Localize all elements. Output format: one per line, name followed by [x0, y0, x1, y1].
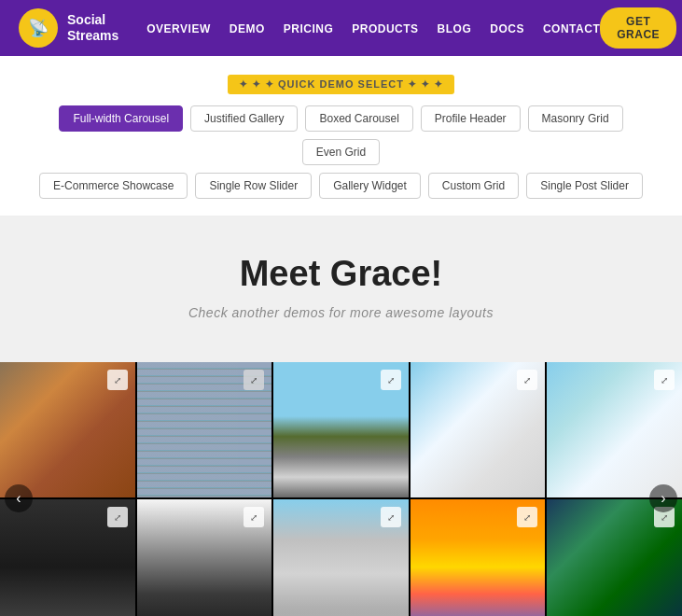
tab-even-grid[interactable]: Even Grid — [302, 139, 380, 165]
expand-icon-4: ⤢ — [517, 370, 537, 390]
demo-select-area: ✦ ✦ ✦ QUICK DEMO SELECT ✦ ✦ ✦ Full-width… — [0, 56, 682, 217]
nav-contact[interactable]: CONTACT — [543, 22, 600, 35]
tab-boxed-carousel[interactable]: Boxed Carousel — [305, 105, 412, 132]
expand-icon-3: ⤢ — [381, 370, 401, 390]
gallery-prev-button[interactable]: ‹ — [5, 484, 33, 512]
nav-links: OVERVIEW DEMO PRICING PRODUCTS BLOG DOCS… — [146, 20, 600, 36]
nav-overview[interactable]: OVERVIEW — [146, 22, 210, 35]
gallery-cell-3[interactable]: ⤢ — [273, 362, 409, 497]
gallery-next-button[interactable]: › — [649, 484, 677, 512]
nav-demo[interactable]: DEMO — [230, 22, 265, 35]
gallery-cell-6[interactable]: ⤢ — [0, 499, 135, 616]
gallery-cell-10[interactable]: ⤢ — [547, 499, 682, 616]
expand-icon-8: ⤢ — [381, 507, 401, 527]
nav-pricing[interactable]: PRICING — [284, 22, 334, 35]
gallery-cell-1[interactable]: ⤢ — [0, 362, 135, 497]
tab-custom-grid[interactable]: Custom Grid — [428, 173, 519, 199]
demo-select-label: ✦ ✦ ✦ QUICK DEMO SELECT ✦ ✦ ✦ — [228, 75, 454, 94]
tab-justified-gallery[interactable]: Justified Gallery — [190, 105, 298, 132]
nav-products[interactable]: PRODUCTS — [352, 22, 418, 35]
nav-blog[interactable]: BLOG — [438, 22, 472, 35]
demo-tabs-row2: E-Commerce Showcase Single Row Slider Ga… — [19, 173, 663, 199]
expand-icon-7: ⤢ — [244, 507, 264, 527]
expand-icon-6: ⤢ — [107, 507, 128, 527]
expand-icon-5: ⤢ — [654, 370, 675, 390]
gallery-wrapper: ‹ ⤢ ⤢ ⤢ ⤢ ⤢ ⤢ ⤢ ⤢ ⤢ ⤢ — [0, 362, 682, 616]
gallery-cell-8[interactable]: ⤢ — [273, 499, 409, 616]
expand-icon-9: ⤢ — [517, 507, 537, 527]
tab-single-row-slider[interactable]: Single Row Slider — [195, 173, 312, 199]
gallery-cell-2[interactable]: ⤢ — [137, 362, 272, 497]
logo-icon: 📡 — [19, 8, 58, 48]
expand-icon-1: ⤢ — [107, 370, 128, 390]
get-grace-button[interactable]: GET GRACE — [600, 7, 676, 49]
logo-text: Social Streams — [67, 12, 118, 44]
gallery-cell-9[interactable]: ⤢ — [411, 499, 546, 616]
tab-gallery-widget[interactable]: Gallery Widget — [319, 173, 421, 199]
gallery-cell-5[interactable]: ⤢ — [547, 362, 682, 497]
hero-title: Meet Grace! — [19, 254, 663, 294]
tab-masonry-grid[interactable]: Masonry Grid — [528, 105, 623, 132]
logo[interactable]: 📡 Social Streams — [19, 8, 118, 48]
hero-subtitle: Check another demos for more awesome lay… — [19, 305, 663, 320]
gallery-cell-4[interactable]: ⤢ — [411, 362, 546, 497]
gallery-grid: ⤢ ⤢ ⤢ ⤢ ⤢ ⤢ ⤢ ⤢ ⤢ ⤢ — [0, 362, 682, 616]
expand-icon-2: ⤢ — [244, 370, 264, 390]
demo-tabs: Full-width Carousel Justified Gallery Bo… — [19, 105, 663, 165]
hero-section: Meet Grace! Check another demos for more… — [0, 217, 682, 362]
gallery-cell-7[interactable]: ⤢ — [137, 499, 272, 616]
tab-profile-header[interactable]: Profile Header — [421, 105, 521, 132]
tab-full-width-carousel[interactable]: Full-width Carousel — [59, 105, 183, 132]
tab-single-post-slider[interactable]: Single Post Slider — [526, 173, 643, 199]
nav-docs[interactable]: DOCS — [490, 22, 524, 35]
navbar: 📡 Social Streams OVERVIEW DEMO PRICING P… — [0, 0, 682, 56]
tab-ecommerce-showcase[interactable]: E-Commerce Showcase — [39, 173, 188, 199]
